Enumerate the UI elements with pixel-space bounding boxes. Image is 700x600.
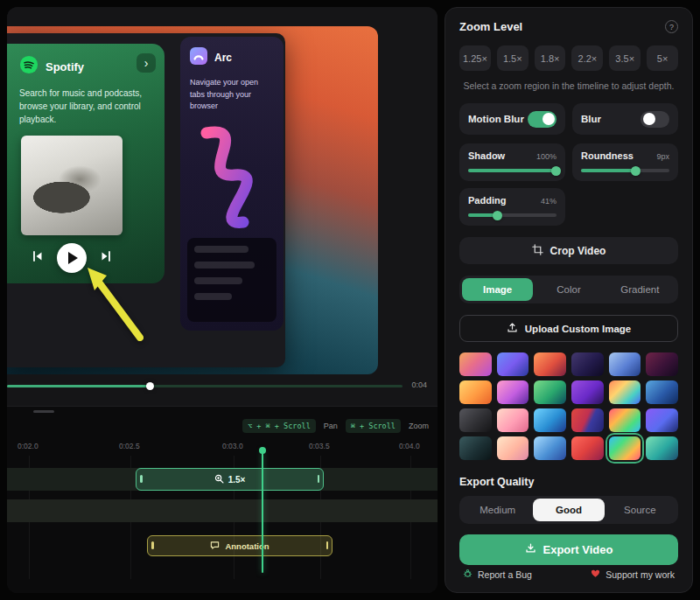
support-link[interactable]: Support my work — [591, 569, 675, 580]
zoom-hint-label: Zoom — [409, 422, 429, 430]
wallpaper-thumbnail-selected[interactable] — [609, 436, 641, 460]
shadow-slider-card: Shadow 100% — [459, 143, 565, 181]
tab-color[interactable]: Color — [533, 278, 604, 301]
wallpaper-thumbnail[interactable] — [534, 408, 566, 432]
wallpaper-thumbnail[interactable] — [571, 408, 604, 432]
zoom-level-button[interactable]: 2.2× — [571, 45, 603, 71]
speech-bubble-icon — [210, 541, 220, 552]
wallpaper-thumbnail[interactable] — [609, 352, 641, 376]
wallpaper-thumbnail[interactable] — [459, 408, 492, 432]
wallpaper-thumbnail[interactable] — [497, 408, 529, 432]
wallpaper-thumbnail[interactable] — [497, 380, 529, 404]
arc-card-description: Navigate your open tabs through your bro… — [190, 77, 274, 113]
time-tick: 0:03.0 — [222, 442, 243, 450]
tab-image[interactable]: Image — [462, 278, 533, 301]
wallpaper-thumbnail[interactable] — [571, 380, 604, 404]
slider-fill — [468, 213, 498, 217]
wallpaper-thumbnail[interactable] — [534, 352, 566, 376]
playback-progress: 0:04 — [7, 380, 438, 392]
playhead-handle[interactable] — [259, 447, 266, 454]
wallpaper-thumbnail[interactable] — [646, 436, 678, 460]
shadow-slider[interactable] — [468, 169, 556, 172]
support-label: Support my work — [606, 569, 675, 580]
playback-time: 0:04 — [411, 380, 427, 389]
roundness-slider[interactable] — [581, 169, 669, 172]
slider-knob[interactable] — [493, 211, 502, 220]
video-clip-track[interactable]: 1.5× — [7, 468, 438, 491]
progress-knob[interactable] — [146, 382, 154, 390]
upload-custom-image-label: Upload Custom Image — [525, 324, 631, 334]
timeline-resize-handle[interactable] — [33, 410, 54, 413]
time-tick: 0:02.5 — [119, 442, 140, 450]
playhead[interactable] — [262, 450, 263, 573]
wallpaper-thumbnail[interactable] — [571, 352, 604, 376]
arc-logo-icon — [190, 47, 207, 68]
slider-fill — [468, 169, 556, 172]
bug-icon — [463, 569, 472, 580]
wallpaper-frame: Spotify › Search for music and podcasts,… — [7, 26, 378, 374]
wallpaper-thumbnail[interactable] — [497, 436, 529, 460]
arc-tab-list — [187, 238, 276, 322]
spotify-card-description: Search for music and podcasts, browse yo… — [19, 87, 152, 126]
wallpaper-thumbnail[interactable] — [609, 380, 641, 404]
wallpaper-thumbnail[interactable] — [459, 380, 492, 404]
zoom-level-button[interactable]: 3.5× — [609, 45, 640, 71]
wallpaper-thumbnail[interactable] — [459, 436, 492, 460]
wallpaper-thumbnail[interactable] — [609, 408, 641, 432]
wallpaper-thumbnail[interactable] — [646, 380, 678, 404]
wallpaper-thumbnail[interactable] — [497, 352, 529, 376]
zoom-level-button[interactable]: 1.8× — [535, 45, 566, 71]
arc-card-header: Arc — [190, 47, 274, 68]
time-tick: 0:04.0 — [399, 442, 420, 450]
upload-custom-image-button[interactable]: Upload Custom Image — [459, 315, 678, 341]
annotation-segment[interactable]: Annotation — [147, 535, 332, 556]
quality-good[interactable]: Good — [533, 499, 604, 521]
padding-slider[interactable] — [468, 213, 556, 217]
wallpaper-thumbnail[interactable] — [459, 352, 492, 376]
zoom-segment[interactable]: 1.5× — [136, 468, 324, 491]
wallpaper-thumbnail[interactable] — [534, 436, 566, 460]
zoom-level-button[interactable]: 1.5× — [497, 45, 528, 71]
wallpaper-thumbnail[interactable] — [534, 380, 566, 404]
blur-toggles: Motion Blur Blur — [459, 103, 678, 135]
wallpaper-thumbnail[interactable] — [646, 352, 678, 376]
switch-knob — [542, 113, 555, 125]
background-type-tabs: Image Color Gradient — [459, 276, 678, 303]
crop-icon — [532, 244, 543, 258]
export-quality-options: Medium Good Source — [459, 496, 678, 524]
secondary-clip-track[interactable] — [7, 499, 438, 522]
quality-source[interactable]: Source — [605, 499, 676, 521]
help-icon[interactable]: ? — [665, 20, 678, 33]
tab-gradient[interactable]: Gradient — [605, 278, 676, 301]
timeline-hints: ⌥ + ⌘ + Scroll Pan ⌘ + Scroll Zoom — [242, 419, 429, 433]
padding-label: Padding — [468, 195, 506, 206]
chevron-right-icon: › — [136, 53, 156, 73]
upload-icon — [507, 322, 518, 335]
crop-video-label: Crop Video — [550, 245, 606, 257]
zoom-section-header: Zoom Level ? — [459, 20, 678, 33]
wallpaper-thumbnail[interactable] — [571, 436, 604, 460]
zoom-level-button[interactable]: 1.25× — [459, 45, 491, 71]
roundness-slider-card: Roundness 9px — [572, 143, 678, 181]
tab-list-row — [194, 262, 255, 269]
report-bug-link[interactable]: Report a Bug — [463, 569, 532, 580]
motion-blur-label: Motion Blur — [468, 114, 524, 124]
slider-knob[interactable] — [631, 166, 640, 176]
progress-fill — [7, 385, 150, 387]
tab-list-row — [194, 277, 242, 284]
quality-medium[interactable]: Medium — [462, 499, 533, 521]
zoom-level-title: Zoom Level — [459, 20, 522, 33]
motion-blur-switch[interactable] — [528, 111, 556, 128]
time-tick: 0:02.0 — [18, 442, 38, 450]
progress-track[interactable] — [7, 385, 402, 387]
timeline: ⌥ + ⌘ + Scroll Pan ⌘ + Scroll Zoom 0:02.… — [7, 406, 438, 593]
blur-switch[interactable] — [640, 111, 669, 128]
slider-knob[interactable] — [551, 166, 561, 176]
appearance-sliders: Shadow 100% Roundness 9px Padding — [459, 143, 678, 226]
export-quality-title: Export Quality — [459, 476, 678, 488]
wallpaper-thumbnail[interactable] — [646, 408, 678, 432]
export-video-button[interactable]: Export Video — [459, 534, 678, 565]
crop-video-button[interactable]: Crop Video — [459, 237, 678, 264]
zoom-level-button[interactable]: 5× — [647, 45, 678, 71]
padding-slider-card: Padding 41% — [459, 188, 565, 226]
